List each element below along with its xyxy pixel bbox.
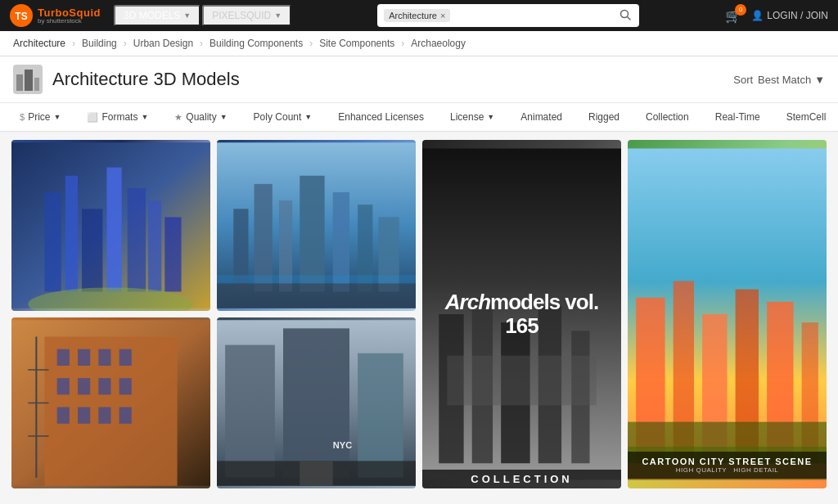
svg-rect-7 — [34, 78, 39, 91]
sort-dropdown[interactable]: Best Match ▼ — [758, 74, 825, 86]
breadcrumb-archaeology[interactable]: Archaeology — [411, 38, 466, 49]
sort-label: Sort — [733, 74, 753, 86]
login-button[interactable]: 👤 LOGIN / JOIN — [751, 10, 828, 21]
filter-formats[interactable]: ⬜ Formats ▼ — [80, 108, 155, 126]
archmodels-overlay: Archmodels vol. 165 — [432, 290, 611, 337]
svg-rect-55 — [78, 407, 90, 424]
quality-icon: ★ — [174, 112, 182, 123]
svg-rect-54 — [57, 407, 70, 424]
archmodels-title: Archmodels vol. 165 — [432, 290, 611, 337]
model-grid-item-6[interactable]: NYC — [217, 317, 416, 488]
model-grid-item-4[interactable]: CARTOON CITY STREET SCENE HIGH QUALITY H… — [628, 140, 827, 488]
svg-text:TS: TS — [15, 11, 27, 22]
filter-collection[interactable]: Collection — [639, 108, 696, 126]
sort-area: Sort Best Match ▼ — [733, 74, 825, 86]
filter-quality[interactable]: ★ Quality ▼ — [168, 108, 233, 126]
nav-pixelsquid[interactable]: PIXELSQUID ▼ — [202, 5, 291, 26]
svg-rect-26 — [217, 275, 416, 283]
page-title: Architecture 3D Models — [52, 69, 240, 90]
filter-enhanced-licenses[interactable]: Enhanced Licenses — [331, 108, 430, 126]
turbosquid-label: TurboSquid — [38, 7, 101, 18]
price-icon: $ — [20, 112, 25, 122]
breadcrumb-sep-1: › — [72, 38, 75, 49]
breadcrumb-sep-3: › — [200, 38, 203, 49]
model-grid: Archmodels vol. 165 Collection — [0, 132, 838, 497]
svg-rect-15 — [164, 217, 181, 291]
svg-rect-51 — [78, 378, 90, 394]
svg-rect-67 — [300, 461, 333, 485]
svg-rect-33 — [447, 356, 596, 406]
svg-rect-46 — [57, 349, 70, 366]
nav-right: 🛒 0 👤 LOGIN / JOIN — [725, 8, 828, 24]
model-grid-item-5[interactable] — [11, 317, 210, 488]
filter-license[interactable]: License ▼ — [444, 108, 501, 126]
search-box: Architecture × — [377, 4, 639, 27]
svg-rect-52 — [98, 378, 110, 394]
model-grid-item-2[interactable] — [217, 140, 416, 311]
turbosquid-logo-icon: TS — [10, 4, 33, 27]
license-chevron-icon: ▼ — [487, 113, 494, 121]
svg-rect-14 — [148, 200, 161, 291]
svg-rect-9 — [45, 192, 61, 292]
formats-chevron-icon: ▼ — [141, 113, 148, 121]
breadcrumb-root[interactable]: Architecture — [13, 38, 65, 49]
price-chevron-icon: ▼ — [53, 113, 61, 121]
svg-rect-10 — [65, 176, 78, 292]
page-title-area: Architecture 3D Models — [13, 65, 240, 94]
model-grid-item-1[interactable] — [11, 140, 210, 311]
svg-rect-53 — [119, 378, 132, 394]
page-header: Architecture 3D Models Sort Best Match ▼ — [0, 56, 838, 103]
model-grid-item-3[interactable]: Archmodels vol. 165 Collection — [422, 140, 621, 488]
model-thumbnail-4 — [628, 140, 827, 488]
svg-rect-57 — [119, 407, 132, 424]
page-icon — [13, 65, 43, 94]
model-thumbnail-1 — [11, 140, 210, 311]
nav-pixelsquid-chevron-icon: ▼ — [274, 11, 282, 20]
nav-3d-models[interactable]: 3D MODELS ▼ — [114, 5, 200, 26]
breadcrumb-urban-design[interactable]: Urban Design — [133, 38, 193, 49]
svg-rect-64 — [283, 328, 349, 477]
search-input[interactable] — [455, 10, 613, 21]
cartoon-city-overlay: CARTOON CITY STREET SCENE HIGH QUALITY H… — [628, 452, 827, 479]
logo-area[interactable]: TS TurboSquid by shutterstock — [10, 4, 101, 27]
model-thumbnail-6: NYC — [217, 317, 416, 488]
search-tag-remove[interactable]: × — [440, 11, 445, 20]
formats-icon: ⬜ — [87, 112, 98, 123]
shutterstock-label: by shutterstock — [38, 18, 101, 25]
filter-animated[interactable]: Animated — [514, 108, 569, 126]
svg-rect-5 — [16, 74, 23, 91]
model-thumbnail-5 — [11, 317, 210, 488]
svg-rect-12 — [106, 168, 121, 292]
top-nav: TS TurboSquid by shutterstock 3D MODELS … — [0, 0, 838, 31]
svg-rect-49 — [119, 349, 132, 366]
cart-button[interactable]: 🛒 0 — [725, 8, 741, 24]
svg-rect-56 — [98, 407, 110, 424]
search-icon — [619, 9, 631, 20]
breadcrumb: Architecture › Building › Urban Design ›… — [0, 31, 838, 56]
filter-price[interactable]: $ Price ▼ — [13, 108, 67, 126]
filter-real-time[interactable]: Real-Time — [709, 108, 767, 126]
cartoon-city-subtitle: HIGH QUALITY HIGH DETAIL — [633, 466, 822, 474]
quality-chevron-icon: ▼ — [220, 113, 228, 121]
top-nav-menu: 3D MODELS ▼ PIXELSQUID ▼ — [114, 5, 291, 26]
filter-stemcell[interactable]: StemCell — [780, 108, 833, 126]
search-button[interactable] — [618, 7, 633, 25]
breadcrumb-building[interactable]: Building — [82, 38, 117, 49]
breadcrumb-sep-5: › — [401, 38, 404, 49]
svg-line-3 — [628, 16, 631, 20]
filter-rigged[interactable]: Rigged — [582, 108, 626, 126]
breadcrumb-sep-4: › — [309, 38, 313, 49]
user-icon: 👤 — [751, 10, 764, 21]
svg-rect-13 — [128, 188, 146, 292]
model-thumbnail-2 — [217, 140, 416, 311]
svg-rect-47 — [78, 349, 90, 366]
search-tag: Architecture × — [384, 9, 450, 22]
poly-count-chevron-icon: ▼ — [304, 113, 312, 121]
breadcrumb-building-components[interactable]: Building Components — [210, 38, 303, 49]
breadcrumb-site-components[interactable]: Site Components — [319, 38, 394, 49]
filter-poly-count[interactable]: Poly Count ▼ — [247, 108, 319, 126]
svg-text:NYC: NYC — [333, 440, 353, 450]
search-area: Architecture × — [304, 4, 712, 27]
breadcrumb-sep-2: › — [124, 38, 127, 49]
collection-label: Collection — [422, 470, 621, 488]
